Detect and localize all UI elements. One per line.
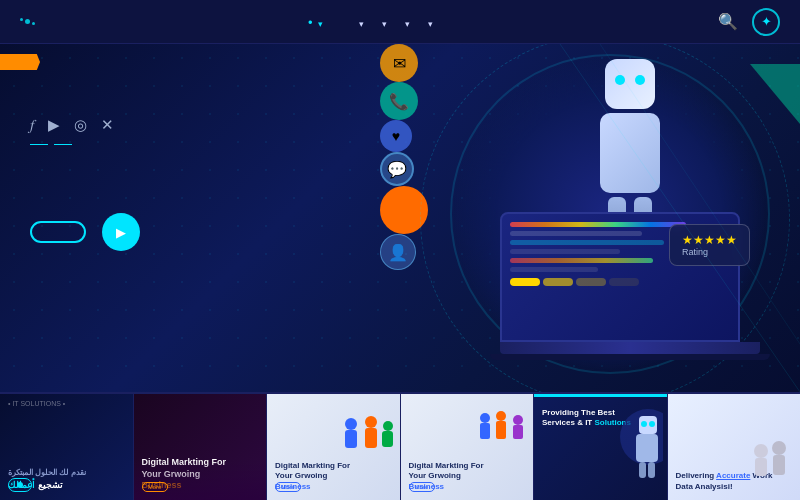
thumb-6-illustration [741, 436, 796, 486]
svg-rect-19 [636, 434, 658, 462]
it-solutions-label [30, 144, 140, 145]
search-button[interactable]: 🔍 [718, 12, 738, 31]
svg-point-11 [496, 411, 506, 421]
hero-illustration: ✉ 📞 ♥ 💬 [380, 44, 800, 392]
nav-item-blog[interactable]: ▾ [405, 13, 410, 31]
svg-rect-20 [639, 462, 646, 478]
thumb-3-illustration [336, 412, 396, 472]
thumbnail-5[interactable]: Providing The Best Services & IT Solutio… [534, 394, 668, 500]
svg-rect-12 [496, 421, 506, 439]
svg-rect-14 [513, 425, 523, 439]
robot-eye-left [615, 75, 625, 85]
hero-content: ▶ [30, 144, 140, 251]
float-heart-icon: ♥ [380, 120, 412, 152]
svg-point-18 [649, 421, 655, 427]
laptop-stand [500, 342, 760, 354]
hero-actions: ▶ [30, 213, 140, 251]
active-indicator [534, 394, 667, 397]
hero-title-line2 [30, 155, 140, 191]
svg-rect-4 [345, 430, 357, 448]
svg-rect-8 [382, 431, 393, 447]
robot-body [600, 113, 660, 193]
thumb-1-label-top: • IT SOLUTIONS • [8, 400, 125, 407]
settings-button[interactable]: ✦ [752, 8, 780, 36]
thumb-3-btn[interactable]: More [275, 482, 301, 492]
thumbnail-4[interactable]: Digital Markting For Your Grwoing Busine… [401, 394, 535, 500]
svg-point-24 [772, 441, 786, 455]
svg-rect-6 [365, 428, 377, 448]
robot-eye-right [635, 75, 645, 85]
float-chat-icon: 💬 [380, 152, 414, 186]
new-update-banner [0, 54, 40, 70]
thumbnail-2[interactable]: Digital Markting For Your Grwoing Busine… [134, 394, 268, 500]
float-stars-card: ★★★★★ Rating [669, 224, 750, 266]
svg-point-3 [345, 418, 357, 430]
svg-rect-23 [755, 458, 767, 476]
svg-rect-21 [648, 462, 655, 478]
social-icons: 𝑓 ▶ ◎ ✕ [30, 116, 114, 134]
float-mail-icon: ✉ [380, 44, 418, 82]
brand-logo[interactable] [20, 18, 41, 25]
laptop-base-bar [490, 354, 770, 360]
thumb-4-btn[interactable]: More [409, 482, 435, 492]
hero-section: 𝑓 ▶ ◎ ✕ ▶ ✉ 📞 ♥ 💬 [0, 44, 800, 392]
nav-actions: 🔍 ✦ [718, 8, 780, 36]
instagram-icon[interactable]: ◎ [74, 116, 87, 134]
thumb-5-illustration [613, 402, 663, 492]
svg-point-13 [513, 415, 523, 425]
facebook-icon[interactable]: 𝑓 [30, 116, 34, 134]
play-button[interactable]: ▶ [102, 213, 140, 251]
svg-point-17 [641, 421, 647, 427]
svg-rect-25 [773, 455, 785, 475]
start-now-button[interactable] [30, 221, 86, 243]
navbar: • ▾ ▾ ▾ ▾ ▾ 🔍 ✦ [0, 0, 800, 44]
svg-point-9 [480, 413, 490, 423]
twitter-x-icon[interactable]: ✕ [101, 116, 114, 134]
nav-item-pages[interactable]: ▾ [428, 13, 433, 31]
robot-head [605, 59, 655, 109]
rating-label: Rating [682, 247, 737, 257]
float-phone-icon: 📞 [380, 82, 418, 120]
svg-point-5 [365, 416, 377, 428]
thumb-4-illustration [471, 408, 529, 468]
thumbnail-6[interactable]: Delivering Accurate Work Data Analysisi! [668, 394, 801, 500]
thumbnail-3[interactable]: Digital Markting For Your Grwoing Busine… [267, 394, 401, 500]
svg-point-22 [754, 444, 768, 458]
nav-item-home[interactable]: • ▾ [308, 13, 323, 31]
float-user-icon: 👤 [380, 234, 416, 270]
thumbnail-1[interactable]: • IT SOLUTIONS • نقدم لك الحلول المبتكرة… [0, 394, 134, 500]
svg-point-7 [383, 421, 393, 431]
stars-display: ★★★★★ [682, 233, 737, 247]
thumb-2-btn[interactable]: More [142, 482, 168, 492]
nav-item-portfolio[interactable]: ▾ [382, 13, 387, 31]
thumbnail-strip: • IT SOLUTIONS • نقدم لك الحلول المبتكرة… [0, 392, 800, 500]
youtube-icon[interactable]: ▶ [48, 116, 60, 134]
nav-menu: • ▾ ▾ ▾ ▾ ▾ [308, 13, 451, 31]
logo-icon [20, 18, 35, 25]
nav-item-services[interactable]: ▾ [359, 13, 364, 31]
svg-rect-10 [480, 423, 490, 439]
